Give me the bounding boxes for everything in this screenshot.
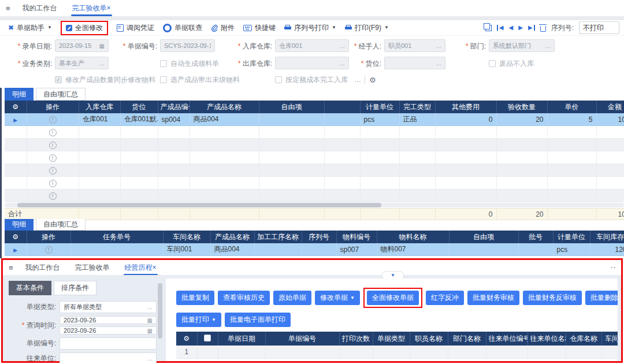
red-reverse-button[interactable]: 红字反冲	[426, 291, 464, 305]
grid2-tab-free-items[interactable]: 自由项汇总	[36, 219, 86, 231]
row-warning-icon[interactable]: !	[45, 246, 53, 254]
doc-type-field[interactable]: 所有单据类型 …	[60, 301, 157, 313]
tab-sort-conditions[interactable]: 排序条件	[54, 281, 96, 295]
auto-gen-checkbox[interactable]: 自动生成领料单	[160, 57, 219, 70]
scrap-not-in-checkbox[interactable]: 废品不入库	[489, 57, 534, 70]
scrollbar-thumb[interactable]	[158, 283, 162, 339]
handler-field[interactable]: 职员001 …	[384, 39, 445, 52]
serial-no-label: 序列号:	[551, 23, 574, 33]
tab-my-workspace[interactable]: 我的工作台	[18, 260, 68, 276]
grid2-tab-detail[interactable]: 明细	[5, 219, 34, 231]
cell	[324, 190, 360, 202]
copy-doc-icon[interactable]	[485, 25, 492, 31]
table-row[interactable]: !	[5, 190, 624, 202]
chevron-down-icon: ▼	[332, 25, 336, 30]
attachment-button[interactable]: 附件	[211, 23, 235, 33]
grid1-tabs: 明细 自由项汇总	[5, 88, 624, 101]
serial-print-button[interactable]: 序列号打印 ▼	[284, 23, 336, 33]
row-warning-icon[interactable]: !	[49, 192, 57, 200]
grid1-tab-detail[interactable]: 明细	[5, 88, 34, 101]
hotkey-button[interactable]: 快捷键	[243, 23, 276, 33]
cell	[158, 151, 190, 164]
grid-settings-gear-icon[interactable]: ⚙	[5, 101, 27, 113]
view-voucher-button[interactable]: 调阅凭证	[117, 23, 154, 33]
grid-settings-gear-icon[interactable]: ⚙	[5, 231, 27, 243]
quota-cost-checkbox[interactable]: 按定额成本完工入库	[275, 73, 348, 87]
doc-assistant-button[interactable]: ✖ 单据助手 ▼	[8, 23, 52, 33]
edit-doc-button[interactable]: 修改单据 ▼	[315, 291, 360, 305]
batch-delete-button[interactable]: 批量删除	[585, 291, 618, 305]
table-row[interactable]: 1	[176, 346, 618, 359]
more-options-button[interactable]: …	[354, 73, 361, 87]
dept-field[interactable]: 系统默认部门 …	[489, 39, 555, 52]
table-row[interactable]: !	[5, 151, 624, 164]
entry-date-field[interactable]: 2023-09-15 ▦	[55, 39, 109, 52]
table-row[interactable]: !	[5, 177, 624, 190]
sync-edit-checkbox[interactable]: ✓ 修改产成品数量同步修改物料	[55, 73, 155, 87]
row-warning-icon[interactable]: !	[49, 167, 57, 174]
doc-link-query-button[interactable]: 单据联查	[163, 23, 202, 33]
original-doc-button[interactable]: 原始单据	[273, 291, 311, 305]
location-field[interactable]: …	[384, 57, 445, 69]
table-row-selected[interactable]: ▶ ! 车间001 商品004 sp007 物料007 pcs 120	[5, 243, 624, 256]
col-header: 加工工序名称	[254, 231, 302, 243]
scrap-not-in-label: 废品不入库	[499, 59, 534, 69]
query-doc-no-label: 单据编号:	[9, 339, 56, 348]
batch-fin-unaudit-button[interactable]: 批量财务反审核	[523, 291, 582, 305]
delete-icon[interactable]	[540, 26, 546, 32]
audit-history-button[interactable]: 查看审核历史	[218, 291, 270, 305]
horizontal-scrollbar[interactable]	[5, 203, 624, 207]
cell	[190, 209, 259, 220]
print-f9-button[interactable]: 打印(F9) ▼	[345, 23, 389, 33]
full-edit-doc-button[interactable]: 全面修改单据	[367, 291, 419, 305]
batch-copy-button[interactable]: 批量复制	[176, 291, 214, 305]
checkbox-icon	[160, 60, 167, 67]
form-settings-gear-icon[interactable]: ⚙	[369, 73, 376, 87]
date-to-field[interactable]: 2023-09-26 ▦	[60, 326, 157, 335]
cell: 5	[547, 113, 596, 126]
grid1-tab-free-items[interactable]: 自由项汇总	[36, 88, 86, 101]
vertical-scrollbar[interactable]	[158, 283, 162, 358]
table-row[interactable]: !	[5, 139, 624, 151]
tab-completion-acceptance[interactable]: 完工验收单	[68, 260, 117, 276]
out-warehouse-field[interactable]: …	[275, 57, 349, 69]
select-all-checkbox[interactable]	[197, 332, 218, 346]
date-from-field[interactable]: 2023-09-26 ▦	[60, 316, 157, 324]
prev-record-icon[interactable]: ◀	[509, 25, 514, 31]
doc-no-field[interactable]: SCYS-2023-09-15-...	[160, 39, 215, 52]
tab-my-workspace[interactable]: 我的工作台	[15, 1, 65, 16]
cell	[190, 177, 259, 190]
cell: 120	[590, 243, 624, 256]
batch-fin-audit-button[interactable]: 批量财务审核	[467, 291, 519, 305]
row-warning-icon[interactable]: !	[49, 129, 57, 136]
batch-print-button[interactable]: 批量打印 ▼	[176, 313, 221, 327]
more-indicator[interactable]: ··	[611, 263, 616, 272]
grid-settings-gear-icon[interactable]: ⚙	[176, 332, 197, 346]
row-warning-icon[interactable]: !	[49, 142, 57, 149]
tab-completion-acceptance[interactable]: 完工验收单×	[65, 1, 118, 16]
material-table: ⚙ 操作 任务单号 车间名称 产成品名称 加工工序名称 序列号 物料编号 物料名…	[5, 231, 624, 256]
row-warning-icon[interactable]: !	[49, 116, 57, 124]
row-warning-icon[interactable]: !	[49, 154, 57, 162]
scrollbar-thumb[interactable]	[17, 203, 381, 207]
table-row[interactable]: !	[5, 164, 624, 177]
full-edit-button[interactable]: 全面修改	[66, 23, 103, 33]
last-record-icon[interactable]: ▶	[528, 25, 535, 31]
tab-business-process[interactable]: 经营历程×	[117, 260, 164, 276]
in-warehouse-field[interactable]: 仓库001 …	[275, 39, 349, 52]
serial-no-select[interactable]: 不打印	[579, 21, 619, 34]
first-record-icon[interactable]: ◀	[497, 25, 504, 31]
biz-type-field[interactable]: 基本生产 …	[55, 57, 109, 69]
tab-basic-conditions[interactable]: 基本条件	[9, 281, 51, 295]
table-row[interactable]: !	[5, 126, 624, 139]
filter-menu-icon[interactable]: ≡	[6, 4, 10, 13]
filter-menu-icon[interactable]: ≡	[9, 263, 13, 272]
query-doc-no-field[interactable]	[60, 337, 157, 350]
table-row-selected[interactable]: ▶ ! 仓库001 仓库001默... sp004 商品004 pcs 正品 0…	[5, 113, 624, 126]
batch-ewaybill-print-button[interactable]: 批量电子面单打印	[225, 313, 291, 327]
next-record-icon[interactable]: ▶	[518, 25, 523, 31]
cell	[399, 139, 435, 151]
row-warning-icon[interactable]: !	[49, 180, 57, 187]
bring-material-checkbox[interactable]: 选产成品带出末级物料	[160, 73, 240, 87]
partner-field[interactable]: …	[60, 352, 157, 364]
